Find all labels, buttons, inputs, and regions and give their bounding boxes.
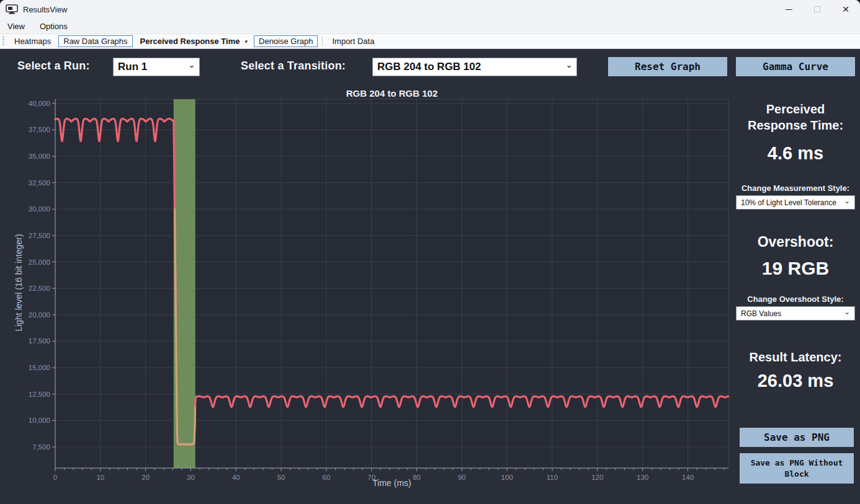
close-icon: ✕ (842, 5, 849, 14)
toolbar-raw-data-graphs-button[interactable]: Raw Data Graphs (58, 35, 132, 47)
title-bar[interactable]: ResultsView ✕ (0, 0, 860, 19)
save-as-png-button[interactable]: Save as PNG (740, 428, 854, 447)
controls-row: Select a Run: Run 1 ⌄ Select a Transitio… (0, 49, 860, 84)
chevron-down-icon: ⌄ (189, 61, 199, 73)
x-axis-title: Time (ms) (55, 478, 728, 488)
y-tick-label: 32,500 (29, 179, 50, 187)
overshoot-value: 19 RGB (736, 258, 855, 279)
chart-region: RGB 204 to RGB 102 010203040506070809010… (0, 84, 736, 504)
chevron-down-icon[interactable]: ▾ (243, 37, 253, 46)
toolbar-denoise-graph-button[interactable]: Denoise Graph (254, 35, 318, 47)
y-tick-label: 37,500 (29, 126, 50, 133)
overshoot-style-label: Change Overshoot Style: (736, 294, 855, 304)
menu-options[interactable]: Options (32, 20, 75, 32)
response-chart[interactable]: 01020304050607080901001101201301407,5001… (0, 84, 736, 493)
maximize-icon (814, 6, 820, 12)
run-label: Select a Run: (17, 60, 90, 73)
chevron-down-icon: ⌄ (844, 307, 854, 320)
y-tick-label: 40,000 (29, 100, 50, 107)
run-select-value: Run 1 (114, 61, 189, 73)
y-tick-label: 20,000 (29, 311, 50, 319)
toolbar-separator (322, 37, 323, 46)
result-latency-value: 26.03 ms (736, 371, 855, 391)
results-panel: Perceived Response Time: 4.6 ms Change M… (736, 84, 860, 504)
toolbar-heatmaps-button[interactable]: Heatmaps (9, 35, 56, 47)
overshoot-style-select[interactable]: RGB Values ⌄ (736, 306, 855, 321)
y-tick-label: 7,500 (32, 443, 50, 451)
app-window: ResultsView ✕ View Options Heatmaps Raw … (0, 0, 860, 504)
reset-graph-button[interactable]: Reset Graph (608, 57, 727, 76)
minimize-button[interactable] (774, 0, 803, 19)
close-button[interactable]: ✕ (831, 0, 860, 19)
y-tick-label: 17,500 (29, 337, 50, 345)
content-area: Select a Run: Run 1 ⌄ Select a Transitio… (0, 49, 860, 504)
window-title: ResultsView (23, 5, 67, 14)
y-axis-title: Light level (16 bit integer) (14, 202, 24, 363)
chevron-down-icon: ⌄ (844, 197, 854, 209)
maximize-button[interactable] (803, 0, 831, 19)
app-icon (6, 4, 18, 14)
toolbar-grip[interactable] (2, 37, 4, 46)
response-time-label: Perceived Response Time: (736, 101, 855, 133)
transition-select-value: RGB 204 to RGB 102 (373, 61, 566, 73)
overshoot-label: Overshoot: (736, 234, 855, 250)
menu-view[interactable]: View (0, 20, 32, 32)
measurement-style-select[interactable]: 10% of Light Level Tolerance ⌄ (736, 195, 855, 210)
y-tick-label: 35,000 (29, 153, 50, 160)
y-tick-label: 30,000 (29, 205, 50, 213)
y-tick-label: 22,500 (29, 285, 50, 292)
toolbar-perceived-response-time-button[interactable]: Perceived Response Time (135, 35, 243, 47)
y-tick-label: 25,000 (29, 259, 50, 266)
minimize-icon (786, 9, 792, 10)
toolbar-import-data-button[interactable]: Import Data (327, 35, 379, 47)
y-tick-label: 10,000 (29, 417, 50, 424)
measurement-style-value: 10% of Light Level Tolerance (737, 198, 844, 207)
menu-bar: View Options (0, 19, 860, 33)
run-select[interactable]: Run 1 ⌄ (113, 58, 200, 76)
measurement-style-label: Change Measurement Style: (736, 183, 855, 193)
transition-label: Select a Transition: (241, 60, 346, 73)
toolbar: Heatmaps Raw Data Graphs Perceived Respo… (0, 33, 860, 49)
plot-background (55, 99, 728, 468)
gamma-curve-button[interactable]: Gamma Curve (736, 57, 855, 76)
transition-select[interactable]: RGB 204 to RGB 102 ⌄ (372, 58, 577, 76)
y-tick-label: 15,000 (29, 364, 50, 371)
result-latency-label: Result Latency: (736, 350, 855, 365)
overshoot-style-value: RGB Values (737, 309, 844, 318)
chevron-down-icon: ⌄ (566, 61, 576, 73)
y-tick-label: 27,500 (29, 232, 50, 239)
save-as-png-without-block-button[interactable]: Save as PNG Without Block (740, 453, 854, 484)
response-time-value: 4.6 ms (736, 143, 855, 164)
y-tick-label: 12,500 (29, 391, 50, 398)
